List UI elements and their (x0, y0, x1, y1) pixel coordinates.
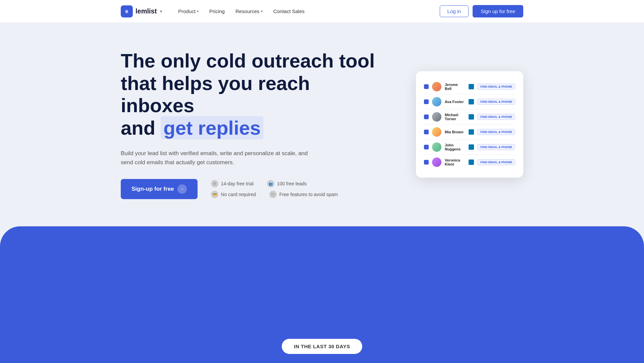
find-email-button[interactable]: FIND EMAIL & PHONE (477, 159, 515, 165)
lead-row: Michael Torner FIND EMAIL & PHONE (424, 109, 515, 125)
hero-illustration: Jerome Bell FIND EMAIL & PHONE Ava Foste… (416, 71, 523, 178)
product-chevron-icon: ▾ (197, 9, 199, 13)
lead-checkbox[interactable] (424, 84, 429, 89)
hero-features-row-2: 💳 No card required 🛡 Free features to av… (211, 191, 338, 198)
nav-link-contact[interactable]: Contact Sales (273, 8, 305, 14)
login-button[interactable]: Log in (440, 5, 469, 17)
linkedin-icon (469, 144, 474, 150)
find-email-button[interactable]: FIND EMAIL & PHONE (477, 84, 515, 90)
linkedin-icon (469, 84, 474, 89)
feature-trial: ⏱ 14-day free trial (211, 180, 254, 187)
lead-checkbox[interactable] (424, 99, 429, 104)
find-email-button[interactable]: FIND EMAIL & PHONE (477, 144, 515, 150)
nav-link-product[interactable]: Product ▾ (178, 8, 199, 14)
hero-features-row-1: ⏱ 14-day free trial 👥 100 free leads (211, 180, 338, 187)
lead-row: Veronica Klent FIND EMAIL & PHONE (424, 155, 515, 170)
linkedin-icon (469, 114, 474, 120)
feature-leads: 👥 100 free leads (267, 180, 307, 187)
nav-left: e lemlist ▾ Product ▾ Pricing Resources … (121, 5, 305, 17)
feature-spam: 🛡 Free features to avoid spam (269, 191, 338, 198)
hero-section: The only cold outreach tool that helps y… (0, 23, 644, 219)
lead-row: Mia Brown FIND EMAIL & PHONE (424, 125, 515, 140)
clock-icon: ⏱ (211, 180, 218, 187)
hero-cta-row: Sign-up for free → ⏱ 14-day free trial 👥… (121, 179, 376, 199)
hero-arrow-icon: → (177, 184, 187, 194)
linkedin-icon (469, 160, 474, 165)
resources-chevron-icon: ▾ (261, 9, 263, 13)
hero-title-highlight: get replies (161, 116, 263, 139)
lead-card: Jerome Bell FIND EMAIL & PHONE Ava Foste… (416, 71, 523, 178)
hero-features: ⏱ 14-day free trial 👥 100 free leads 💳 N… (211, 180, 338, 198)
find-email-button[interactable]: FIND EMAIL & PHONE (477, 129, 515, 135)
hero-content: The only cold outreach tool that helps y… (121, 50, 376, 199)
nav-link-resources[interactable]: Resources ▾ (235, 8, 263, 14)
logo-text: lemlist (136, 7, 157, 15)
lead-checkbox[interactable] (424, 145, 429, 149)
navbar: e lemlist ▾ Product ▾ Pricing Resources … (0, 0, 644, 23)
lead-avatar (432, 97, 441, 106)
lead-avatar (432, 82, 441, 91)
nav-actions: Log in Sign up for free (440, 5, 523, 17)
lead-avatar (432, 157, 441, 167)
lead-avatar (432, 127, 441, 137)
linkedin-icon (469, 129, 474, 135)
nav-links: Product ▾ Pricing Resources ▾ Contact Sa… (178, 8, 305, 14)
logo-dropdown-chevron[interactable]: ▾ (160, 9, 162, 14)
nav-link-pricing[interactable]: Pricing (209, 8, 225, 14)
leads-icon: 👥 (267, 180, 274, 187)
find-email-button[interactable]: FIND EMAIL & PHONE (477, 114, 515, 120)
linkedin-icon (469, 99, 474, 104)
shield-icon: 🛡 (269, 191, 277, 198)
lead-row: Ava Foster FIND EMAIL & PHONE (424, 94, 515, 109)
hero-title: The only cold outreach tool that helps y… (121, 50, 376, 139)
blue-section: IN THE LAST 30 DAYS (0, 226, 644, 363)
lead-avatar (432, 112, 441, 122)
hero-signup-button[interactable]: Sign-up for free → (121, 179, 198, 199)
card-icon: 💳 (211, 191, 218, 198)
logo[interactable]: e lemlist ▾ (121, 5, 162, 17)
lead-checkbox[interactable] (424, 160, 429, 165)
lead-row: John Nuggens FIND EMAIL & PHONE (424, 140, 515, 155)
hero-subtitle: Build your lead list with verified email… (121, 149, 315, 167)
feature-no-card: 💳 No card required (211, 191, 256, 198)
last30-badge: IN THE LAST 30 DAYS (282, 339, 362, 354)
lead-row: Jerome Bell FIND EMAIL & PHONE (424, 79, 515, 94)
lead-checkbox[interactable] (424, 115, 429, 119)
lead-checkbox[interactable] (424, 130, 429, 134)
lead-avatar (432, 142, 441, 152)
find-email-button[interactable]: FIND EMAIL & PHONE (477, 99, 515, 105)
logo-icon: e (121, 5, 133, 17)
signup-button[interactable]: Sign up for free (473, 5, 523, 17)
